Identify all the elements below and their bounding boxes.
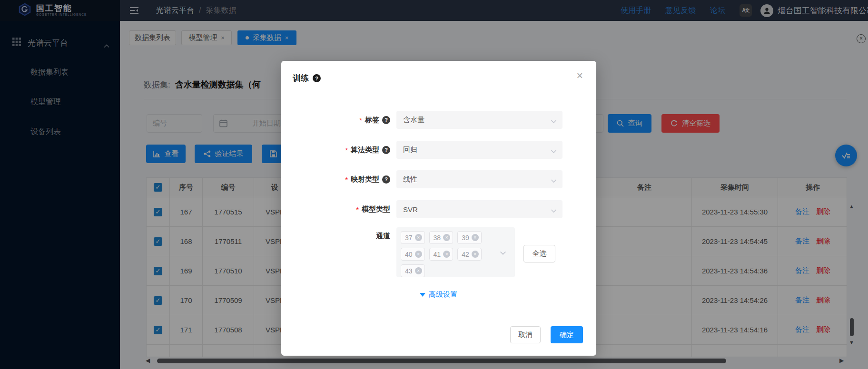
required-mark: * [356, 205, 359, 214]
channel-multiselect[interactable]: 37× 38× 39× 40× 41× 42× 43× [396, 227, 515, 277]
cancel-button[interactable]: 取消 [510, 326, 541, 343]
field-help-icon[interactable]: ? [382, 146, 390, 154]
channel-tag: 37× [401, 231, 425, 244]
tag-value: 43 [405, 267, 413, 275]
select-value: 含水量 [403, 116, 424, 125]
form-row-label: *标签? 含水量 [281, 111, 596, 129]
title-help-icon[interactable]: ? [313, 74, 321, 82]
field-label: 映射类型 [351, 175, 379, 184]
triangle-down-icon [420, 293, 425, 297]
channel-tag: 41× [429, 248, 454, 261]
advanced-settings-label: 高级设置 [429, 290, 457, 299]
required-mark: * [345, 175, 348, 184]
form-row-model-type: *模型类型 SVR [281, 200, 596, 218]
required-mark: * [345, 146, 348, 154]
select-all-channels-button[interactable]: 全选 [523, 245, 555, 262]
select-value: 线性 [403, 175, 417, 184]
field-label: 标签 [365, 116, 379, 125]
tag-remove-icon[interactable]: × [472, 234, 479, 241]
channel-tag: 38× [429, 231, 454, 244]
confirm-button[interactable]: 确定 [551, 326, 583, 343]
modal-close-icon[interactable]: × [577, 70, 583, 81]
channel-tag: 40× [401, 248, 425, 261]
field-help-icon[interactable]: ? [382, 175, 390, 184]
app-root: 国工智能 GOGETTER INTELLIGENCE 光谱云平台 / 采集数据 … [0, 0, 868, 369]
modal-title-row: 训练 ? [293, 73, 321, 84]
channel-tag: 42× [457, 248, 482, 261]
tag-value: 40 [405, 251, 413, 258]
form-row-algorithm-type: *算法类型? 回归 [281, 141, 596, 159]
model-type-select[interactable]: SVR [396, 200, 562, 218]
tag-value: 38 [434, 234, 441, 242]
tag-remove-icon[interactable]: × [415, 251, 422, 258]
select-value: 回归 [403, 146, 417, 155]
tag-remove-icon[interactable]: × [443, 251, 450, 258]
tag-remove-icon[interactable]: × [443, 234, 450, 241]
train-modal: 训练 ? × *标签? 含水量 *算法类型? 回归 *映射类型? 线性 [281, 61, 596, 356]
tag-remove-icon[interactable]: × [472, 251, 479, 258]
channel-tag: 39× [457, 231, 482, 244]
channel-tag: 43× [401, 264, 425, 277]
tag-value: 39 [462, 234, 469, 242]
chevron-down-icon [551, 117, 557, 125]
required-mark: * [359, 116, 362, 124]
advanced-settings-toggle[interactable]: 高级设置 [420, 290, 457, 299]
select-value: SVR [403, 205, 418, 214]
chevron-down-icon [551, 206, 557, 214]
field-help-icon[interactable]: ? [382, 116, 390, 124]
label-select[interactable]: 含水量 [396, 111, 562, 129]
tag-value: 42 [462, 251, 469, 258]
tag-value: 37 [405, 234, 413, 242]
modal-title: 训练 [293, 73, 309, 84]
channel-label: 通道 [281, 232, 390, 241]
mapping-type-select[interactable]: 线性 [396, 170, 562, 188]
chevron-down-icon [500, 249, 506, 257]
chevron-down-icon [551, 147, 557, 155]
algorithm-type-select[interactable]: 回归 [396, 141, 562, 159]
form-row-mapping-type: *映射类型? 线性 [281, 170, 596, 188]
chevron-down-icon [551, 176, 557, 184]
field-label: 算法类型 [351, 146, 379, 155]
field-label: 模型类型 [362, 205, 390, 214]
tag-remove-icon[interactable]: × [415, 234, 422, 241]
tag-remove-icon[interactable]: × [415, 267, 422, 274]
tag-value: 41 [434, 251, 441, 258]
